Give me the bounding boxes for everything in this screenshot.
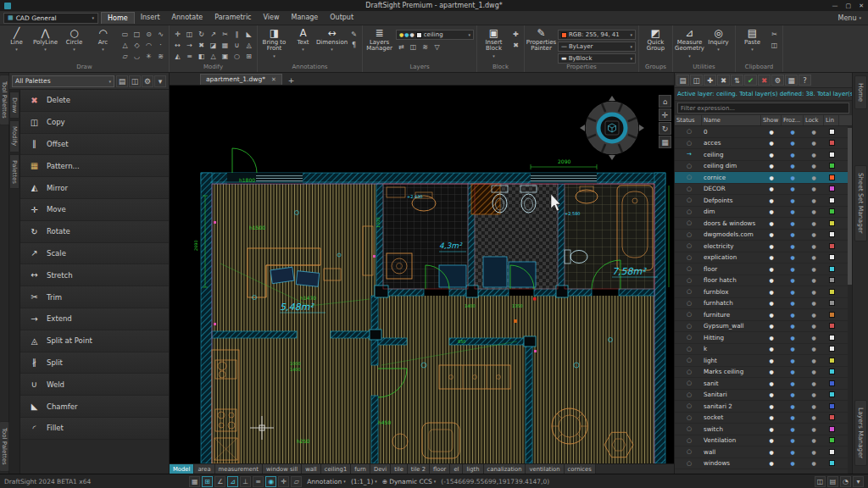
- layer-row[interactable]: ○ light ● ● ●: [675, 355, 852, 367]
- layers-toolbar-icon[interactable]: ?: [798, 75, 811, 86]
- canvas-tool-button[interactable]: ▦: [659, 136, 671, 148]
- layer-freeze-toggle[interactable]: ●: [782, 231, 804, 237]
- layer-freeze-toggle[interactable]: ●: [782, 358, 804, 363]
- draw-mini-button[interactable]: ◇: [131, 40, 142, 50]
- statusbar-icon[interactable]: ◔: [840, 476, 851, 487]
- filter-expression-input[interactable]: [677, 103, 849, 114]
- palette-command[interactable]: ∪ Weld: [20, 374, 169, 396]
- modify-mini-button[interactable]: ▣: [220, 51, 231, 61]
- layer-freeze-toggle[interactable]: ●: [782, 335, 804, 341]
- layer-color-chip[interactable]: [829, 391, 835, 397]
- layer-freeze-toggle[interactable]: ●: [782, 369, 804, 374]
- palette-command[interactable]: ↻ Rotate: [20, 221, 169, 243]
- layer-color-chip[interactable]: [829, 254, 835, 260]
- layer-row[interactable]: ○ wall ● ● ●: [675, 446, 852, 458]
- layer-freeze-toggle[interactable]: ●: [782, 152, 804, 158]
- layer-show-toggle[interactable]: ●: [761, 243, 782, 249]
- ribbon-draw-button[interactable]: ◠ Arc ▾: [89, 27, 117, 52]
- utility-button[interactable]: ⊿ Measure Geometry ▾: [676, 27, 704, 58]
- sheet-tab[interactable]: floor: [430, 464, 450, 474]
- layer-color-chip[interactable]: [829, 243, 835, 249]
- palette-command[interactable]: ◭ Mirror: [20, 177, 169, 199]
- layer-color-chip[interactable]: [829, 186, 835, 191]
- layer-color-chip[interactable]: [829, 414, 835, 420]
- layer-row[interactable]: ○ k ● ● ●: [675, 344, 852, 356]
- maximize-button[interactable]: ▢: [846, 3, 852, 9]
- ribbon-draw-button[interactable]: ○ Circle ▾: [60, 27, 88, 52]
- annotation-mini-button[interactable]: ¶: [348, 40, 359, 50]
- insert-block-button[interactable]: ▣ Insert Block ▾: [480, 27, 508, 58]
- draw-mini-button[interactable]: △: [120, 40, 131, 50]
- panel-tab-home[interactable]: Home: [854, 75, 867, 109]
- drawing-canvas[interactable]: 2090h1800h1500h1470h450h2504,3m²7,58m²5,…: [170, 86, 674, 463]
- modify-mini-button[interactable]: →: [184, 40, 195, 50]
- statusbar-icon[interactable]: ▾: [853, 476, 864, 487]
- layer-show-toggle[interactable]: ●: [761, 186, 782, 191]
- layer-color-chip[interactable]: [829, 208, 835, 214]
- column-lock[interactable]: Lock: [804, 115, 824, 125]
- layer-lock-toggle[interactable]: ●: [804, 163, 824, 169]
- layer-lock-toggle[interactable]: ●: [804, 277, 824, 283]
- layer-color-chip[interactable]: [829, 346, 835, 352]
- layer-freeze-toggle[interactable]: ●: [782, 437, 804, 443]
- draw-mini-button[interactable]: □: [131, 29, 142, 39]
- palette-command[interactable]: ◫ Copy: [20, 112, 169, 134]
- palette-side-tab[interactable]: Draw: [9, 92, 19, 119]
- layers-toolbar-icon[interactable]: ▤: [676, 75, 689, 86]
- sheet-tab[interactable]: tile: [391, 464, 408, 474]
- layer-lock-toggle[interactable]: ●: [804, 323, 824, 329]
- layer-color-chip[interactable]: [829, 197, 835, 203]
- modify-mini-button[interactable]: ↻: [196, 29, 207, 39]
- layer-freeze-toggle[interactable]: ●: [782, 175, 804, 180]
- layer-show-toggle[interactable]: ●: [761, 277, 782, 283]
- sheet-tab[interactable]: tile 2: [408, 464, 430, 474]
- layer-lock-toggle[interactable]: ●: [804, 426, 824, 432]
- column-name[interactable]: Name: [702, 115, 761, 125]
- sheet-tab[interactable]: area: [194, 464, 214, 474]
- layer-show-toggle[interactable]: ●: [761, 254, 782, 260]
- layer-freeze-toggle[interactable]: ●: [782, 460, 804, 466]
- layer-lock-toggle[interactable]: ●: [804, 312, 824, 318]
- sheet-tab[interactable]: wall: [302, 464, 321, 474]
- palette-command[interactable]: ◣ Chamfer: [20, 396, 169, 418]
- layer-row[interactable]: ○ 0 ● ● ●: [675, 126, 852, 138]
- layer-color-chip[interactable]: [829, 300, 835, 306]
- layer-lock-toggle[interactable]: ●: [804, 391, 824, 397]
- modify-mini-button[interactable]: ✛: [172, 29, 183, 39]
- layer-show-toggle[interactable]: ●: [761, 140, 782, 146]
- layer-show-toggle[interactable]: ●: [761, 175, 782, 180]
- annotation-mini-button[interactable]: ✎: [348, 29, 359, 39]
- snap-toggle-icon[interactable]: ∠: [214, 476, 225, 487]
- layer-freeze-toggle[interactable]: ●: [782, 277, 804, 283]
- layer-row[interactable]: ○ floor ● ● ●: [675, 263, 852, 275]
- layer-row[interactable]: ○ Marks ceiling ● ● ●: [675, 367, 852, 379]
- layer-color-chip[interactable]: [829, 369, 835, 374]
- layer-show-toggle[interactable]: ●: [761, 152, 782, 158]
- layer-freeze-toggle[interactable]: ●: [782, 254, 804, 260]
- layers-toolbar-icon[interactable]: ⇅: [731, 75, 743, 86]
- minimize-button[interactable]: —: [832, 3, 838, 9]
- layer-color-chip[interactable]: [829, 449, 835, 455]
- layer-show-toggle[interactable]: ●: [761, 403, 782, 409]
- layer-color-chip[interactable]: [829, 312, 835, 318]
- modify-mini-button[interactable]: ◪: [208, 40, 219, 50]
- layers-toolbar-icon[interactable]: ◫: [690, 75, 703, 86]
- draw-mini-button[interactable]: ✳: [143, 51, 154, 61]
- menu-tab[interactable]: Manage: [286, 12, 325, 24]
- layer-row[interactable]: ○ explication ● ● ●: [675, 252, 852, 264]
- palette-command[interactable]: ↗ Scale: [20, 243, 169, 265]
- snap-toggle-icon[interactable]: ⊥: [240, 476, 251, 487]
- ccs-control[interactable]: ⊕ Dynamic CCS ▾: [382, 478, 437, 485]
- annotation-button[interactable]: ◨ Bring to Front ▾: [260, 27, 288, 58]
- layer-row[interactable]: → ceiling ● ● ●: [675, 149, 852, 161]
- scrollbar-thumb[interactable]: [848, 128, 852, 285]
- layer-color-chip[interactable]: [829, 129, 835, 135]
- layer-lock-toggle[interactable]: ●: [804, 186, 824, 191]
- palette-command[interactable]: ∦ Split: [20, 352, 169, 374]
- layer-show-toggle[interactable]: ●: [761, 312, 782, 318]
- layer-color-chip[interactable]: [829, 140, 835, 146]
- palette-command[interactable]: ✖ Delete: [20, 90, 169, 112]
- snap-toggle-icon[interactable]: ⊞: [202, 476, 213, 487]
- layer-color-chip[interactable]: [829, 277, 835, 283]
- layer-color-chip[interactable]: [829, 437, 835, 443]
